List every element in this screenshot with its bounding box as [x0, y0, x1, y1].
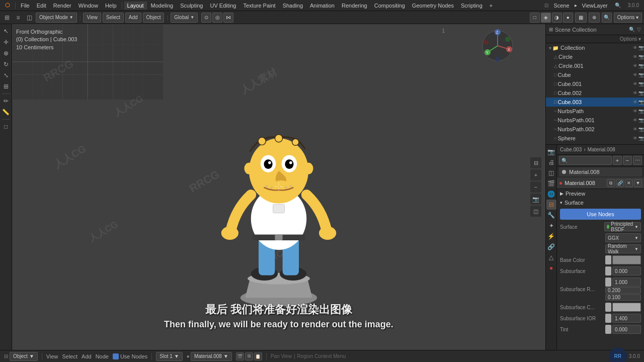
view-menu-bottom[interactable]: View — [46, 353, 58, 359]
subsurface-value-field[interactable]: 0.000 — [612, 266, 641, 276]
cube001-cam[interactable]: 📷 — [638, 81, 644, 86]
menu-animation[interactable]: Animation — [307, 2, 338, 10]
overlays-btn[interactable]: ▦ — [575, 13, 587, 23]
viewport[interactable]: RRCG 人人CG 人人CG RRCG 人人CG 人人素材 RRCG Front… — [12, 24, 545, 350]
use-nodes-toggle[interactable]: Use Nodes — [113, 353, 147, 359]
view-layer-props-icon[interactable]: ◫ — [546, 168, 556, 178]
subsurface-r-val3[interactable]: 0.100 — [605, 294, 641, 301]
solid-btn active[interactable]: ◈ — [541, 13, 551, 23]
circle001-vis[interactable]: 👁 — [633, 63, 637, 68]
zoom-in-btn[interactable]: + — [530, 169, 541, 180]
camera-view-btn[interactable]: 📷 — [530, 194, 541, 205]
nurbspath001-cam[interactable]: 📷 — [638, 118, 644, 123]
data-props-icon[interactable]: △ — [546, 252, 556, 262]
cube002-cam[interactable]: 📷 — [638, 90, 644, 96]
menu-file[interactable]: File — [18, 2, 33, 10]
nurbspath-vis[interactable]: 👁 — [633, 109, 637, 114]
cube001-vis[interactable]: 👁 — [633, 81, 637, 86]
blender-logo[interactable]: ⬡ — [2, 1, 13, 10]
clear-material-btn[interactable]: ✕ — [625, 179, 633, 187]
copy-material-btn[interactable]: ⧉ — [607, 179, 615, 187]
material-props-icon[interactable]: ● — [546, 263, 556, 273]
outliner-item-nurbspath[interactable]: ~ NurbsPath 👁 📷 — [546, 107, 644, 116]
paste-icon-bottom[interactable]: 📋 — [254, 352, 262, 360]
outliner-item-nurbspath002[interactable]: ~ NurbsPath.002 👁 📷 — [546, 125, 644, 134]
add-cube-tool[interactable]: □ — [1, 122, 11, 132]
zoom-fit-btn[interactable]: ⊟ — [530, 157, 541, 168]
outliner-search-icon[interactable]: 🔍 — [629, 27, 635, 32]
move-tool[interactable]: ⊕ — [1, 48, 11, 58]
select-menu-bottom[interactable]: Select — [62, 353, 77, 359]
menu-window[interactable]: Window — [75, 2, 101, 10]
menu-shading[interactable]: Shading — [280, 2, 306, 10]
menu-geometry-nodes[interactable]: Geometry Nodes — [409, 2, 457, 10]
ggx-dropdown[interactable]: GGX ▼ — [605, 233, 641, 242]
cube-vis[interactable]: 👁 — [633, 72, 637, 77]
menu-texture-paint[interactable]: Texture Paint — [240, 2, 278, 10]
cube002-vis[interactable]: 👁 — [633, 90, 637, 96]
sphere-cam[interactable]: 📷 — [638, 136, 644, 141]
transform-dropdown[interactable]: Global ▼ — [171, 13, 198, 23]
object-properties-btn[interactable]: ◫ — [530, 206, 541, 217]
outliner-options-label[interactable]: Options ▾ — [620, 36, 641, 42]
copy-icon-bottom[interactable]: ⧉ — [245, 352, 253, 360]
menu-add-workspace[interactable]: + — [487, 2, 496, 10]
constraints-props-icon[interactable]: 🔗 — [546, 242, 556, 252]
outliner-item-circle001[interactable]: △ Circle.001 👁 📷 — [546, 61, 644, 70]
link-material-btn[interactable]: 🔗 — [616, 179, 624, 187]
more-material-btn[interactable]: ⋯ — [633, 156, 642, 165]
base-color-field[interactable] — [612, 255, 641, 264]
use-nodes-button[interactable]: Use Nodes — [560, 209, 641, 220]
mode-dropdown-bottom[interactable]: Object ▼ — [10, 352, 38, 361]
menu-rendering[interactable]: Rendering — [339, 2, 370, 10]
annotate-tool[interactable]: ✏ — [1, 96, 11, 106]
menu-compositing[interactable]: Compositing — [371, 2, 408, 10]
nurbspath002-vis[interactable]: 👁 — [633, 127, 637, 132]
preview-section-header[interactable]: ▶ Preview — [557, 189, 644, 198]
outliner-item-sphere[interactable]: ○ Sphere 👁 📷 — [546, 134, 644, 143]
outliner-item-circle[interactable]: △ Circle 👁 📷 — [546, 52, 644, 61]
menu-help[interactable]: Help — [102, 2, 120, 10]
outliner-filter-icon[interactable]: ▽ — [637, 27, 641, 32]
render-props-icon[interactable]: 📷 — [546, 147, 556, 157]
gizmos-btn[interactable]: ⊕ — [589, 13, 600, 23]
add-menu-bottom[interactable]: Add — [82, 353, 92, 359]
scale-tool[interactable]: ⤡ — [1, 70, 11, 80]
menu-edit[interactable]: Edit — [34, 2, 49, 10]
node-menu-bottom[interactable]: Node — [96, 353, 109, 359]
scene-name[interactable]: Scene — [550, 2, 572, 10]
cursor-tool[interactable]: ✛ — [1, 37, 11, 47]
proportional-btn[interactable]: ◎ — [212, 13, 222, 23]
snap-btn[interactable]: ⊙ — [201, 13, 211, 23]
view-layer-name[interactable]: ViewLayer — [579, 2, 611, 10]
mirror-btn[interactable]: ⋈ — [223, 13, 233, 23]
circle-vis-icon[interactable]: 👁 — [633, 54, 637, 59]
select-button[interactable]: Select — [103, 13, 124, 23]
add-button[interactable]: Add — [125, 13, 141, 23]
base-color-swatch[interactable] — [605, 255, 611, 264]
object-props-icon[interactable]: ⊟ — [546, 200, 556, 210]
circle001-cam[interactable]: 📷 — [638, 63, 644, 68]
cube003-vis[interactable]: 👁 — [633, 100, 637, 105]
modifier-props-icon[interactable]: 🔧 — [546, 210, 556, 220]
collection-vis-icon[interactable]: 👁 — [633, 45, 637, 50]
subsurface-c-field[interactable] — [612, 303, 641, 312]
scene-props-icon[interactable]: 🎬 — [546, 178, 556, 189]
cube003-cam[interactable]: 📷 — [638, 100, 644, 105]
outliner-item-cube002[interactable]: □ Cube.002 👁 📷 — [546, 88, 644, 98]
options-dropdown[interactable]: Options ▾ — [614, 13, 642, 23]
physics-props-icon[interactable]: ⚡ — [546, 231, 556, 241]
random-walk-dropdown[interactable]: Random Walk ▼ — [605, 244, 641, 253]
outliner-item-cube[interactable]: □ Cube 👁 📷 — [546, 70, 644, 79]
select-tool[interactable]: ↖ — [1, 26, 11, 36]
collection-cam-icon[interactable]: 📷 — [638, 45, 644, 50]
subsurface-r-val2[interactable]: 0.200 — [605, 287, 641, 294]
material-dropdown-bottom[interactable]: Material.008 ▼ — [191, 352, 232, 361]
output-props-icon[interactable]: 🖨 — [546, 157, 556, 167]
nurbspath-cam[interactable]: 📷 — [638, 109, 644, 114]
sphere-vis[interactable]: 👁 — [633, 136, 637, 141]
slot-dropdown[interactable]: Slot 1 ▼ — [156, 352, 182, 361]
menu-scripting[interactable]: Scripting — [458, 2, 486, 10]
subsurface-r-val1[interactable]: 1.000 — [612, 278, 641, 287]
menu-modeling[interactable]: Modeling — [148, 2, 177, 10]
